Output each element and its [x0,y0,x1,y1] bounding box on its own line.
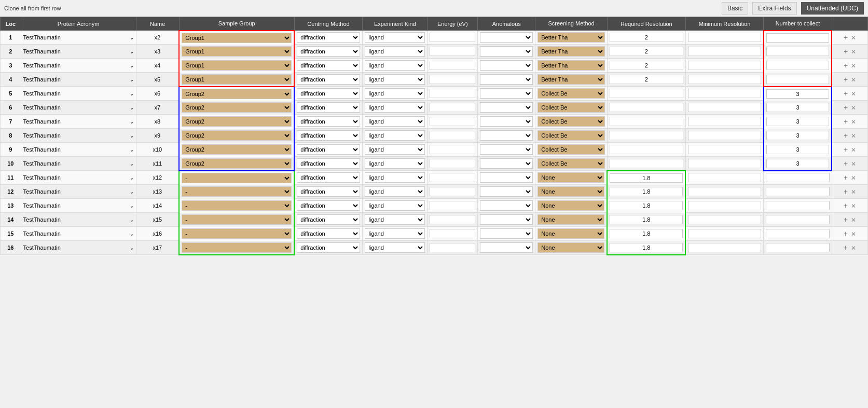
cell-centring[interactable]: diffraction- [294,115,363,129]
sample-group-select[interactable]: Group1Group2-- [182,130,292,141]
min-res-input[interactable] [688,103,761,112]
cell-req-res[interactable] [607,59,685,73]
req-res-input[interactable] [610,117,683,126]
cell-centring[interactable]: diffraction- [294,31,363,45]
cell-energy[interactable] [428,31,478,45]
cell-num-collect[interactable] [764,45,832,59]
cell-screening[interactable]: NoneCollectCollect BeBetter ThaBetter Th… [535,45,608,59]
add-row-button[interactable]: + [842,75,849,84]
protein-dropdown-icon[interactable]: ⌄ [130,119,134,125]
anomalous-select[interactable]: yesno [480,186,533,197]
sample-group-select[interactable]: Group1Group2-- [182,200,292,211]
cell-screening[interactable]: NoneCollectCollect BeBetter ThaBetter Th… [535,171,608,185]
cell-centring[interactable]: diffraction- [294,101,363,115]
req-res-input[interactable] [610,243,683,252]
energy-input[interactable] [430,173,475,182]
protein-dropdown-icon[interactable]: ⌄ [130,175,134,181]
protein-dropdown-icon[interactable]: ⌄ [130,189,134,195]
screening-select[interactable]: NoneCollectCollect BeBetter ThaBetter Th… [538,130,605,141]
centring-select[interactable]: diffraction- [297,144,360,155]
screening-select[interactable]: NoneCollectCollect BeBetter ThaBetter Th… [538,60,605,71]
cell-screening[interactable]: NoneCollectCollect BeBetter ThaBetter Th… [535,227,608,241]
cell-screening[interactable]: NoneCollectCollect BeBetter ThaBetter Th… [535,129,608,143]
cell-exp-kind[interactable]: liganddiffraction- [363,199,428,213]
energy-input[interactable] [430,33,475,42]
sample-group-select[interactable]: Group1Group2-- [182,46,292,57]
cell-min-res[interactable] [685,45,764,59]
cell-req-res[interactable] [607,143,685,157]
cell-screening[interactable]: NoneCollectCollect BeBetter ThaBetter Th… [535,115,608,129]
cell-exp-kind[interactable]: liganddiffraction- [363,227,428,241]
cell-anomalous[interactable]: yesno [478,171,535,185]
screening-select[interactable]: NoneCollectCollect BeBetter ThaBetter Th… [538,186,604,197]
min-res-input[interactable] [688,33,761,42]
exp-kind-select[interactable]: liganddiffraction- [365,228,425,239]
req-res-input[interactable] [610,103,683,112]
cell-sample-group[interactable]: Group1Group2-- [179,227,294,241]
cell-exp-kind[interactable]: liganddiffraction- [363,171,428,185]
anomalous-select[interactable]: yesno [480,242,533,253]
cell-exp-kind[interactable]: liganddiffraction- [363,87,428,101]
centring-select[interactable]: diffraction- [297,242,360,253]
screening-select[interactable]: NoneCollectCollect BeBetter ThaBetter Th… [538,116,605,127]
screening-select[interactable]: NoneCollectCollect BeBetter ThaBetter Th… [538,102,605,113]
req-res-input[interactable] [610,173,683,183]
req-res-input[interactable] [610,47,683,56]
num-collect-input[interactable] [766,215,829,224]
energy-input[interactable] [430,75,475,84]
remove-row-button[interactable]: ✕ [849,202,858,210]
cell-centring[interactable]: diffraction- [294,185,363,199]
exp-kind-select[interactable]: liganddiffraction- [365,32,425,43]
cell-min-res[interactable] [685,157,764,171]
num-collect-input[interactable] [766,145,829,154]
cell-sample-group[interactable]: Group1Group2-- [179,45,294,59]
cell-req-res[interactable] [607,45,685,59]
req-res-input[interactable] [610,159,683,168]
num-collect-input[interactable] [766,159,829,168]
add-row-button[interactable]: + [842,145,849,154]
cell-screening[interactable]: NoneCollectCollect BeBetter ThaBetter Th… [535,73,608,87]
min-res-input[interactable] [688,117,761,126]
min-res-input[interactable] [688,131,761,140]
cell-screening[interactable]: NoneCollectCollect BeBetter ThaBetter Th… [535,143,608,157]
sample-group-select[interactable]: Group1Group2-- [182,228,292,239]
anomalous-select[interactable]: yesno [480,144,533,155]
cell-centring[interactable]: diffraction- [294,241,363,255]
anomalous-select[interactable]: yesno [480,200,533,211]
min-res-input[interactable] [688,61,761,70]
sample-group-select[interactable]: Group1Group2-- [182,33,292,43]
cell-centring[interactable]: diffraction- [294,73,363,87]
cell-req-res[interactable] [607,171,685,185]
cell-req-res[interactable] [607,101,685,115]
exp-kind-select[interactable]: liganddiffraction- [365,74,425,85]
num-collect-input[interactable] [766,229,829,238]
num-collect-input[interactable] [766,117,829,126]
screening-select[interactable]: NoneCollectCollect BeBetter ThaBetter Th… [538,32,605,43]
cell-anomalous[interactable]: yesno [478,73,535,87]
cell-anomalous[interactable]: yesno [478,241,535,255]
cell-num-collect[interactable] [764,171,832,185]
energy-input[interactable] [430,187,475,196]
centring-select[interactable]: diffraction- [297,102,360,113]
screening-select[interactable]: NoneCollectCollect BeBetter ThaBetter Th… [538,172,604,183]
energy-input[interactable] [430,117,475,126]
screening-select[interactable]: NoneCollectCollect BeBetter ThaBetter Th… [538,74,605,85]
anomalous-select[interactable]: yesno [480,228,533,239]
remove-row-button[interactable]: ✕ [849,132,858,140]
remove-row-button[interactable]: ✕ [849,76,858,84]
protein-dropdown-icon[interactable]: ⌄ [130,105,134,111]
cell-anomalous[interactable]: yesno [478,185,535,199]
cell-exp-kind[interactable]: liganddiffraction- [363,213,428,227]
energy-input[interactable] [430,145,475,154]
centring-select[interactable]: diffraction- [297,46,360,57]
remove-row-button[interactable]: ✕ [849,230,858,238]
min-res-input[interactable] [688,145,761,154]
cell-screening[interactable]: NoneCollectCollect BeBetter ThaBetter Th… [535,31,608,45]
num-collect-input[interactable] [766,187,829,196]
cell-sample-group[interactable]: Group1Group2-- [179,171,294,185]
cell-sample-group[interactable]: Group1Group2-- [179,87,294,101]
exp-kind-select[interactable]: liganddiffraction- [365,46,425,57]
cell-num-collect[interactable] [764,199,832,213]
screening-select[interactable]: NoneCollectCollect BeBetter ThaBetter Th… [538,88,605,99]
screening-select[interactable]: NoneCollectCollect BeBetter ThaBetter Th… [538,158,605,169]
